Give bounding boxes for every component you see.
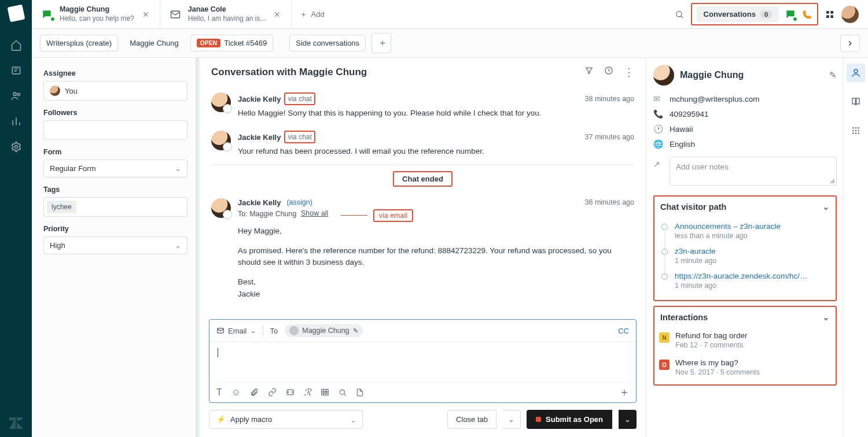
search-icon[interactable] xyxy=(675,10,684,19)
text-format-icon[interactable]: T xyxy=(216,387,222,398)
requester-avatar xyxy=(653,65,674,86)
avatar xyxy=(211,131,231,150)
chat-icon xyxy=(40,8,54,21)
search-icon[interactable] xyxy=(339,388,347,397)
message-channel: via chat xyxy=(284,92,315,105)
filter-icon[interactable] xyxy=(584,66,594,79)
apply-macro-button[interactable]: ⚡ Apply macro ⌄ xyxy=(209,410,363,429)
attachment-icon[interactable] xyxy=(250,388,259,397)
tags-field[interactable]: lychee xyxy=(43,197,187,217)
message-body: Hello Maggie! Sorry that this is happeni… xyxy=(238,108,634,119)
document-icon[interactable] xyxy=(356,388,364,397)
interaction-item[interactable]: N Refund for bag order Feb 12 · 7 commen… xyxy=(658,327,832,354)
submit-button[interactable]: Submit as Open xyxy=(527,410,612,429)
tab-ticket-1[interactable]: Maggie Chung Hello, can you help me? ✕ xyxy=(32,0,160,28)
channel-label: Email xyxy=(228,327,247,335)
message-email: Jackie Kelly (assign) 36 minutes ago To:… xyxy=(211,192,634,306)
add-tab-button[interactable]: ＋ Add xyxy=(292,0,332,28)
path-link[interactable]: z3n-auracle xyxy=(675,247,716,255)
conversation-title: Conversation with Maggie Chung xyxy=(211,66,367,78)
more-icon[interactable]: ⋮ xyxy=(624,66,634,79)
svg-rect-13 xyxy=(322,390,328,395)
channel-selector[interactable]: Email ⌄ xyxy=(216,327,256,335)
path-time: less than a minute ago xyxy=(675,232,781,240)
tab-ticket-2[interactable]: Janae Cole Hello, I am having an is... ✕ xyxy=(160,0,292,28)
close-tab-dropdown[interactable]: ⌄ xyxy=(502,410,521,429)
chevron-down-icon: ⌄ xyxy=(350,415,356,424)
followers-field[interactable] xyxy=(43,120,187,140)
visitor-path-item: z3n-auracle 1 minute ago xyxy=(661,243,829,268)
chevron-down-icon: ⌄ xyxy=(624,415,631,424)
svg-point-23 xyxy=(855,132,856,134)
expand-apps-button[interactable] xyxy=(840,35,860,52)
close-icon[interactable]: ✕ xyxy=(271,8,283,21)
expand-icon[interactable] xyxy=(620,388,629,397)
breadcrumb-ticket[interactable]: OPEN Ticket #5469 xyxy=(190,35,274,51)
home-icon[interactable] xyxy=(10,39,22,51)
add-label: Add xyxy=(311,10,324,18)
breadcrumb-requester[interactable]: Maggie Chung xyxy=(124,35,185,51)
phone-tile-icon[interactable] xyxy=(802,9,812,20)
workspace-tabs: Maggie Chung Hello, can you help me? ✕ J… xyxy=(32,0,868,29)
interactions-header[interactable]: Interactions ⌄ xyxy=(658,308,832,327)
to-label: To xyxy=(270,327,278,335)
user-context-icon[interactable] xyxy=(847,64,865,82)
current-user-avatar[interactable] xyxy=(841,6,859,23)
tag-chip[interactable]: lychee xyxy=(47,201,76,213)
add-side-conversation-button[interactable]: ＋ xyxy=(372,33,391,53)
svg-point-18 xyxy=(858,127,859,129)
interaction-title: Where is my bag? xyxy=(675,358,760,367)
assignee-value: You xyxy=(65,87,78,95)
path-link[interactable]: https://z3n-auracle.zendesk.com/hc/en... xyxy=(675,272,808,280)
path-dot-icon xyxy=(661,273,668,280)
avatar xyxy=(211,198,231,218)
breadcrumb-org[interactable]: Writersplus (create) xyxy=(40,35,118,51)
edit-icon[interactable]: ✎ xyxy=(353,327,358,335)
interaction-item[interactable]: O Where is my bag? Nov 5. 2017 · 5 comme… xyxy=(658,354,832,381)
link-icon[interactable] xyxy=(268,388,277,397)
signature-icon[interactable]: ℛ xyxy=(304,387,311,398)
knowledge-icon[interactable] xyxy=(847,92,865,111)
reporting-icon[interactable] xyxy=(10,116,22,127)
path-dot-icon xyxy=(661,224,668,230)
cc-button[interactable]: CC xyxy=(618,327,629,335)
close-tab-button[interactable]: Close tab xyxy=(447,410,496,429)
email-body: As promised. Here's the reference number… xyxy=(238,245,634,269)
emoji-icon[interactable]: ☺ xyxy=(231,387,241,398)
assignee-label: Assignee xyxy=(43,69,187,77)
show-all-link[interactable]: Show all xyxy=(301,209,328,217)
path-link[interactable]: Announcements – z3n-auracle xyxy=(675,222,781,231)
admin-icon[interactable] xyxy=(10,141,22,153)
message-author: Jackie Kelly xyxy=(238,95,281,103)
apps-grid-icon[interactable] xyxy=(825,10,834,19)
side-conversations-button[interactable]: Side conversations xyxy=(289,35,366,51)
submit-dropdown[interactable]: ⌄ xyxy=(619,410,637,429)
user-notes-field[interactable]: Add user notes xyxy=(670,157,837,186)
email-signoff-2: Jackie xyxy=(238,288,634,300)
close-tab-label: Close tab xyxy=(456,415,488,424)
events-icon[interactable] xyxy=(604,66,613,79)
customers-icon[interactable] xyxy=(10,90,22,102)
conversations-button[interactable]: Conversations 0 xyxy=(697,6,779,22)
chevron-down-icon: ⌄ xyxy=(251,327,256,335)
table-icon[interactable] xyxy=(321,388,329,397)
recipient-chip[interactable]: Maggie Chung ✎ xyxy=(285,324,362,337)
requester-name: Maggie Chung xyxy=(680,70,744,80)
visitor-path-item: Announcements – z3n-auracle less than a … xyxy=(661,218,829,243)
assignee-field[interactable]: You xyxy=(43,81,187,101)
edit-icon[interactable]: ✎ xyxy=(829,70,837,80)
priority-select[interactable]: High ⌄ xyxy=(43,236,187,254)
status-open-indicator xyxy=(536,417,541,422)
chat-tile-icon[interactable] xyxy=(785,9,796,20)
message: Jackie Kelly via chat 38 minutes ago Hel… xyxy=(211,87,634,125)
close-icon[interactable]: ✕ xyxy=(140,8,152,21)
code-icon[interactable] xyxy=(286,388,295,397)
apps-icon[interactable] xyxy=(847,121,865,140)
form-select[interactable]: Regular Form ⌄ xyxy=(43,160,187,177)
message-time: 37 minutes ago xyxy=(585,133,634,141)
visitor-path-header[interactable]: Chat visitor path ⌄ xyxy=(658,198,832,216)
views-icon[interactable] xyxy=(10,65,22,76)
composer-textarea[interactable] xyxy=(209,342,636,382)
message-author: Jackie Kelly xyxy=(238,198,281,207)
assign-link[interactable]: (assign) xyxy=(286,198,312,206)
